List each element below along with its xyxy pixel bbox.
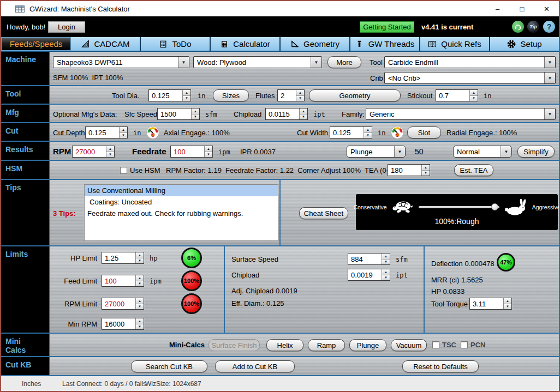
spinner-up[interactable]: ▲	[382, 254, 390, 260]
chevron-down-icon[interactable]: ▼	[501, 146, 511, 157]
headset-icon[interactable]	[512, 21, 524, 33]
material-select[interactable]: Wood: Plywood▼	[193, 56, 322, 68]
spinner-up[interactable]: ▲	[205, 146, 212, 152]
cut-depth-input[interactable]: 0.125▲▼	[85, 126, 128, 138]
spinner-up[interactable]: ▲	[470, 90, 478, 96]
slider-knob[interactable]	[491, 203, 498, 210]
close-button[interactable]: ✕	[534, 1, 559, 16]
sidebar-item-results[interactable]: Results	[1, 142, 50, 160]
tab-setup[interactable]: Setup	[490, 37, 559, 51]
tab-cadcam[interactable]: CADCAM	[71, 37, 141, 51]
chipload-input[interactable]: 0.0115▲▼	[265, 108, 308, 120]
spinner-down[interactable]: ▼	[504, 304, 511, 310]
spinner-up[interactable]: ▲	[382, 269, 390, 275]
tool-select[interactable]: Carbide Endmill▼	[384, 56, 556, 68]
rpm-input[interactable]: 27000▲▼	[72, 146, 115, 158]
spinner-down[interactable]: ▼	[205, 152, 212, 158]
chevron-down-icon[interactable]: ▼	[544, 73, 555, 83]
reset-to-defaults-button[interactable]: Reset to Defaults	[402, 360, 479, 372]
tab-todo[interactable]: ToDo	[141, 37, 211, 51]
spinner-down[interactable]: ▼	[296, 96, 304, 101]
feed-limit-input[interactable]: 100▲▼	[102, 275, 144, 287]
spinner-down[interactable]: ▼	[382, 275, 390, 281]
rpm-limit-input[interactable]: 27000▲▼	[102, 298, 144, 310]
tab-calculator[interactable]: Calculator	[211, 37, 281, 51]
getting-started-button[interactable]: Getting Started	[360, 21, 414, 33]
plunge-button[interactable]: Plunge	[349, 339, 386, 351]
tab-feeds-speeds[interactable]: Feeds/Speeds	[1, 37, 71, 51]
feedrate-value[interactable]: 100	[171, 146, 204, 157]
sidebar-item-tool[interactable]: Tool	[1, 86, 50, 104]
chevron-down-icon[interactable]: ▼	[544, 57, 555, 68]
spinner-up[interactable]: ▲	[504, 298, 511, 304]
spinner-down[interactable]: ▼	[120, 133, 127, 138]
maximize-button[interactable]: □	[510, 1, 534, 16]
plunge-select[interactable]: Plunge▼	[347, 146, 406, 158]
sidebar-item-cut-kb[interactable]: Cut KB	[1, 357, 50, 375]
spinner-up[interactable]: ▲	[296, 90, 304, 96]
sfc-speed-value[interactable]: 1500	[158, 108, 191, 119]
spinner-down[interactable]: ▼	[422, 171, 430, 176]
chevron-down-icon[interactable]: ▼	[544, 108, 555, 119]
stickout-value[interactable]: 0.7	[436, 90, 469, 101]
rpm-limit-value[interactable]: 27000	[102, 298, 135, 309]
stickout-input[interactable]: 0.7▲▼	[436, 89, 478, 101]
feed-limit-value[interactable]: 100	[102, 275, 135, 286]
helix-button[interactable]: Helix	[266, 339, 303, 351]
sidebar-item-mfg[interactable]: Mfg	[1, 105, 50, 122]
spinner-up[interactable]: ▲	[422, 165, 430, 171]
chipload2-input[interactable]: 0.0019▲▼	[348, 269, 390, 281]
spinner-up[interactable]: ▲	[136, 275, 144, 281]
spinner-up[interactable]: ▲	[192, 108, 199, 114]
spinner-up[interactable]: ▲	[106, 146, 114, 152]
spinner-up[interactable]: ▲	[364, 127, 372, 133]
flutes-value[interactable]: 2	[278, 90, 296, 101]
pcn-checkbox[interactable]	[461, 341, 468, 348]
spinner-up[interactable]: ▲	[136, 318, 144, 324]
surface-speed-input[interactable]: 884▲▼	[348, 253, 390, 265]
cut-width-input[interactable]: 0.125▲▼	[330, 126, 372, 138]
sidebar-item-machine[interactable]: Machine	[1, 52, 50, 85]
chevron-down-icon[interactable]: ▼	[311, 57, 321, 68]
tab-quick-refs[interactable]: Quick Refs	[420, 37, 490, 51]
spinner-up[interactable]: ▲	[300, 108, 307, 114]
sidebar-item-cut[interactable]: Cut	[1, 123, 50, 141]
chipload2-value[interactable]: 0.0019	[348, 269, 382, 280]
tea-input[interactable]: 180▲▼	[388, 164, 430, 176]
search-cut-kb-button[interactable]: Search Cut KB	[131, 360, 207, 372]
tool-torque-value[interactable]: 3.11	[470, 298, 503, 309]
cheat-sheet-button[interactable]: Cheat Sheet	[299, 207, 348, 219]
tip-list-item[interactable]: Use Conventional Milling	[85, 185, 278, 196]
cut-width-value[interactable]: 0.125	[330, 127, 364, 138]
tea-value[interactable]: 180	[388, 165, 421, 176]
spinner-up[interactable]: ▲	[136, 252, 144, 258]
rpm-value[interactable]: 27000	[73, 146, 106, 157]
chipload-value[interactable]: 0.0115	[266, 108, 299, 119]
aggressiveness-slider[interactable]	[419, 206, 499, 208]
help-icon[interactable]: ?	[543, 21, 555, 33]
sfc-speed-input[interactable]: 1500▲▼	[157, 108, 200, 120]
sidebar-item-limits[interactable]: Limits	[1, 246, 50, 333]
cut-depth-value[interactable]: 0.125	[86, 127, 119, 138]
spinner-down[interactable]: ▼	[192, 114, 199, 120]
vacuum-button[interactable]: Vacuum	[391, 339, 427, 351]
spinner-down[interactable]: ▼	[183, 96, 190, 101]
tab-geometry[interactable]: Geometry	[281, 37, 350, 51]
family-select[interactable]: Generic▼	[366, 108, 556, 120]
chevron-down-icon[interactable]: ▼	[178, 57, 189, 68]
gauge-icon[interactable]: Gw	[146, 126, 159, 139]
more-button[interactable]: More	[327, 56, 361, 68]
machine-select[interactable]: Shapeoko3 DWP611▼	[53, 56, 189, 68]
flutes-input[interactable]: 2▲▼	[277, 89, 305, 101]
spinner-down[interactable]: ▼	[136, 258, 144, 264]
sidebar-item-mini-calcs[interactable]: Mini Calcs	[1, 334, 50, 356]
simplify-button[interactable]: Simplify	[517, 146, 555, 158]
est-tea-button[interactable]: Est. TEA	[454, 164, 493, 176]
use-hsm-checkbox[interactable]	[120, 167, 127, 174]
tool-dia-value[interactable]: 0.125	[149, 90, 182, 101]
sizes-button[interactable]: Sizes	[213, 89, 249, 101]
min-rpm-input[interactable]: 16000▲▼	[102, 318, 144, 330]
spinner-down[interactable]: ▼	[470, 96, 478, 101]
spinner-down[interactable]: ▼	[364, 133, 372, 138]
geometry-button[interactable]: Geometry	[309, 89, 401, 101]
